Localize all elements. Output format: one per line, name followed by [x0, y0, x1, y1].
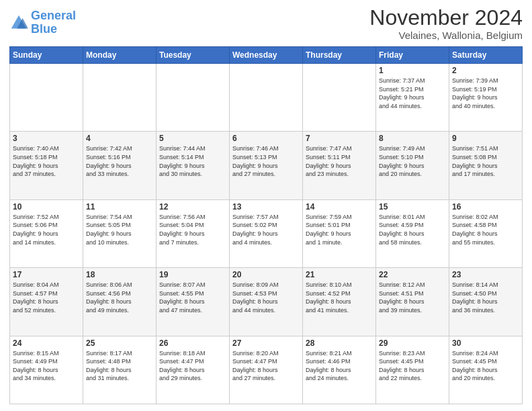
day-info: Sunrise: 8:14 AM Sunset: 4:50 PM Dayligh…	[452, 281, 519, 314]
day-info: Sunrise: 8:17 AM Sunset: 4:48 PM Dayligh…	[86, 349, 153, 383]
col-header-monday: Monday	[83, 47, 157, 64]
day-info: Sunrise: 7:52 AM Sunset: 5:06 PM Dayligh…	[13, 213, 80, 246]
calendar-cell: 10Sunrise: 7:52 AM Sunset: 5:06 PM Dayli…	[10, 199, 83, 267]
day-number: 11	[86, 202, 153, 212]
day-info: Sunrise: 7:49 AM Sunset: 5:10 PM Dayligh…	[379, 144, 446, 178]
day-info: Sunrise: 8:02 AM Sunset: 4:58 PM Dayligh…	[452, 213, 519, 246]
calendar-cell: 22Sunrise: 8:12 AM Sunset: 4:51 PM Dayli…	[376, 268, 449, 336]
day-info: Sunrise: 8:12 AM Sunset: 4:51 PM Dayligh…	[379, 281, 446, 314]
col-header-tuesday: Tuesday	[157, 47, 230, 64]
calendar-cell: 8Sunrise: 7:49 AM Sunset: 5:10 PM Daylig…	[376, 132, 449, 199]
day-number: 19	[159, 270, 226, 279]
day-number: 7	[306, 134, 373, 143]
calendar-cell: 23Sunrise: 8:14 AM Sunset: 4:50 PM Dayli…	[449, 268, 523, 336]
calendar-cell: 25Sunrise: 8:17 AM Sunset: 4:48 PM Dayli…	[83, 336, 157, 404]
day-info: Sunrise: 7:39 AM Sunset: 5:19 PM Dayligh…	[452, 77, 519, 110]
day-number: 3	[13, 134, 80, 143]
day-number: 5	[159, 134, 226, 143]
calendar-week-2: 10Sunrise: 7:52 AM Sunset: 5:06 PM Dayli…	[10, 199, 523, 267]
calendar-cell: 6Sunrise: 7:46 AM Sunset: 5:13 PM Daylig…	[230, 132, 303, 199]
day-info: Sunrise: 7:40 AM Sunset: 5:18 PM Dayligh…	[13, 144, 80, 178]
day-info: Sunrise: 7:57 AM Sunset: 5:02 PM Dayligh…	[232, 213, 300, 246]
calendar-cell: 20Sunrise: 8:09 AM Sunset: 4:53 PM Dayli…	[230, 268, 303, 336]
day-number: 10	[13, 202, 80, 212]
day-info: Sunrise: 7:56 AM Sunset: 5:04 PM Dayligh…	[159, 213, 226, 246]
calendar-cell: 7Sunrise: 7:47 AM Sunset: 5:11 PM Daylig…	[303, 132, 376, 199]
calendar-cell: 2Sunrise: 7:39 AM Sunset: 5:19 PM Daylig…	[449, 64, 523, 132]
day-number: 9	[452, 134, 519, 143]
calendar-cell: 21Sunrise: 8:10 AM Sunset: 4:52 PM Dayli…	[303, 268, 376, 336]
day-number: 13	[232, 202, 300, 212]
day-number: 12	[159, 202, 226, 212]
calendar-cell: 12Sunrise: 7:56 AM Sunset: 5:04 PM Dayli…	[157, 199, 230, 267]
header: General Blue November 2024 Velaines, Wal…	[9, 7, 523, 41]
day-number: 4	[86, 134, 153, 143]
calendar-cell: 14Sunrise: 7:59 AM Sunset: 5:01 PM Dayli…	[303, 199, 376, 267]
col-header-thursday: Thursday	[303, 47, 376, 64]
day-info: Sunrise: 8:23 AM Sunset: 4:45 PM Dayligh…	[379, 349, 446, 383]
day-number: 29	[379, 338, 446, 348]
col-header-wednesday: Wednesday	[230, 47, 303, 64]
day-number: 1	[379, 66, 446, 75]
calendar-cell: 29Sunrise: 8:23 AM Sunset: 4:45 PM Dayli…	[376, 336, 449, 404]
day-number: 14	[306, 202, 373, 212]
day-number: 6	[232, 134, 300, 143]
calendar-cell	[303, 64, 376, 132]
day-info: Sunrise: 8:01 AM Sunset: 4:59 PM Dayligh…	[379, 213, 446, 246]
day-info: Sunrise: 8:21 AM Sunset: 4:46 PM Dayligh…	[306, 349, 373, 383]
day-info: Sunrise: 8:07 AM Sunset: 4:55 PM Dayligh…	[159, 281, 226, 314]
calendar-cell: 4Sunrise: 7:42 AM Sunset: 5:16 PM Daylig…	[83, 132, 157, 199]
calendar-cell: 13Sunrise: 7:57 AM Sunset: 5:02 PM Dayli…	[230, 199, 303, 267]
month-title: November 2024	[369, 7, 523, 28]
day-info: Sunrise: 8:15 AM Sunset: 4:49 PM Dayligh…	[13, 349, 80, 383]
day-number: 21	[306, 270, 373, 279]
calendar-cell: 30Sunrise: 8:24 AM Sunset: 4:45 PM Dayli…	[449, 336, 523, 404]
day-number: 20	[232, 270, 300, 279]
day-info: Sunrise: 7:37 AM Sunset: 5:21 PM Dayligh…	[379, 77, 446, 110]
calendar-cell: 24Sunrise: 8:15 AM Sunset: 4:49 PM Dayli…	[10, 336, 83, 404]
calendar-cell: 3Sunrise: 7:40 AM Sunset: 5:18 PM Daylig…	[10, 132, 83, 199]
col-header-saturday: Saturday	[449, 47, 523, 64]
day-number: 26	[159, 338, 226, 348]
calendar-cell: 15Sunrise: 8:01 AM Sunset: 4:59 PM Dayli…	[376, 199, 449, 267]
logo-line2: Blue	[31, 22, 57, 36]
calendar-cell: 1Sunrise: 7:37 AM Sunset: 5:21 PM Daylig…	[376, 64, 449, 132]
calendar-cell: 28Sunrise: 8:21 AM Sunset: 4:46 PM Dayli…	[303, 336, 376, 404]
day-info: Sunrise: 8:06 AM Sunset: 4:56 PM Dayligh…	[86, 281, 153, 314]
logo: General Blue	[9, 7, 76, 36]
title-block: November 2024 Velaines, Wallonia, Belgiu…	[369, 7, 523, 41]
day-number: 16	[452, 202, 519, 212]
calendar-cell: 19Sunrise: 8:07 AM Sunset: 4:55 PM Dayli…	[157, 268, 230, 336]
calendar-table: SundayMondayTuesdayWednesdayThursdayFrid…	[9, 46, 523, 404]
calendar-cell: 27Sunrise: 8:20 AM Sunset: 4:47 PM Dayli…	[230, 336, 303, 404]
logo-line1: General	[31, 9, 76, 22]
day-info: Sunrise: 7:47 AM Sunset: 5:11 PM Dayligh…	[306, 144, 373, 178]
calendar-week-1: 3Sunrise: 7:40 AM Sunset: 5:18 PM Daylig…	[10, 132, 523, 199]
day-info: Sunrise: 7:42 AM Sunset: 5:16 PM Dayligh…	[86, 144, 153, 178]
day-number: 30	[452, 338, 519, 348]
calendar-week-4: 24Sunrise: 8:15 AM Sunset: 4:49 PM Dayli…	[10, 336, 523, 404]
day-info: Sunrise: 8:04 AM Sunset: 4:57 PM Dayligh…	[13, 281, 80, 314]
calendar-cell	[83, 64, 157, 132]
calendar-cell: 11Sunrise: 7:54 AM Sunset: 5:05 PM Dayli…	[83, 199, 157, 267]
calendar-cell	[157, 64, 230, 132]
calendar-cell: 16Sunrise: 8:02 AM Sunset: 4:58 PM Dayli…	[449, 199, 523, 267]
calendar-cell: 18Sunrise: 8:06 AM Sunset: 4:56 PM Dayli…	[83, 268, 157, 336]
calendar-cell: 9Sunrise: 7:51 AM Sunset: 5:08 PM Daylig…	[449, 132, 523, 199]
logo-text: General Blue	[31, 9, 76, 36]
day-info: Sunrise: 7:54 AM Sunset: 5:05 PM Dayligh…	[86, 213, 153, 246]
page: General Blue November 2024 Velaines, Wal…	[0, 0, 532, 411]
location-title: Velaines, Wallonia, Belgium	[369, 30, 523, 41]
day-info: Sunrise: 8:18 AM Sunset: 4:47 PM Dayligh…	[159, 349, 226, 383]
calendar-cell: 26Sunrise: 8:18 AM Sunset: 4:47 PM Dayli…	[157, 336, 230, 404]
calendar-cell: 17Sunrise: 8:04 AM Sunset: 4:57 PM Dayli…	[10, 268, 83, 336]
day-info: Sunrise: 8:24 AM Sunset: 4:45 PM Dayligh…	[452, 349, 519, 383]
day-number: 22	[379, 270, 446, 279]
calendar-cell	[230, 64, 303, 132]
calendar-cell	[10, 64, 83, 132]
day-info: Sunrise: 7:59 AM Sunset: 5:01 PM Dayligh…	[306, 213, 373, 246]
day-info: Sunrise: 7:46 AM Sunset: 5:13 PM Dayligh…	[232, 144, 300, 178]
day-number: 24	[13, 338, 80, 348]
day-number: 2	[452, 66, 519, 75]
day-info: Sunrise: 7:44 AM Sunset: 5:14 PM Dayligh…	[159, 144, 226, 178]
